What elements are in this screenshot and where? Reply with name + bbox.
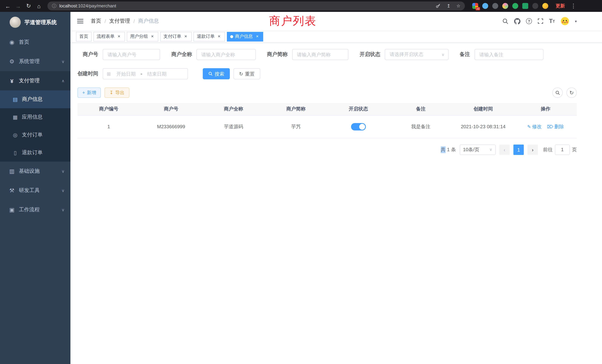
tab-label: 商户信息 <box>235 33 253 40</box>
start-date-input[interactable] <box>112 71 140 77</box>
merchant-fullname-input[interactable] <box>196 49 256 60</box>
caret-down-icon[interactable]: ▾ <box>575 19 577 23</box>
sidebar-item-refund-order[interactable]: ▯ 退款订单 <box>0 144 70 162</box>
sidebar-item-label: 商户信息 <box>22 96 43 103</box>
status-select[interactable]: 请选择开启状态 ∨ <box>385 49 449 60</box>
col-header: 开启状态 <box>327 103 390 115</box>
tab-pay-order[interactable]: 支付订单 × <box>160 32 192 41</box>
tab-merchant-info[interactable]: 商户信息 × <box>227 32 263 41</box>
goto-page-input[interactable] <box>555 144 570 155</box>
merchant-shortname-input[interactable] <box>292 49 348 60</box>
profile-avatar-icon[interactable] <box>542 3 548 9</box>
back-icon[interactable]: ← <box>3 1 13 11</box>
chevron-down-icon: ∨ <box>62 59 64 64</box>
address-bar[interactable]: ⓘ localhost:1024/pay/merchant ↥ ☆ <box>47 1 465 10</box>
grid-icon: ▦ <box>11 114 19 120</box>
breadcrumb-payment[interactable]: 支付管理 <box>109 18 130 24</box>
page-size-select[interactable]: 10条/页 ∨ <box>460 144 496 155</box>
search-icon[interactable] <box>502 18 509 24</box>
cell-create-time: 2021-10-23 08:31:14 <box>452 115 515 138</box>
app-logo[interactable]: 芋道管理系统 <box>0 12 70 33</box>
extension-icon-5[interactable] <box>512 3 518 9</box>
sidebar-item-label: 支付订单 <box>22 132 43 138</box>
toggle-search-icon[interactable] <box>552 87 563 98</box>
close-icon[interactable]: × <box>255 34 260 39</box>
merchant-no-input[interactable] <box>103 49 160 60</box>
dashboard-icon: ◉ <box>7 39 16 46</box>
edit-link[interactable]: ✎修改 <box>527 124 542 129</box>
tab-user-group[interactable]: 用户分组 × <box>127 32 158 41</box>
prev-page-button[interactable]: ‹ <box>499 144 510 155</box>
remark-input[interactable] <box>474 49 543 60</box>
page-1-button[interactable]: 1 <box>513 144 524 155</box>
sidebar-item-payment[interactable]: ¥ 支付管理 ∧ <box>0 71 70 90</box>
trash-icon: ⌦ <box>547 124 553 129</box>
github-icon[interactable] <box>514 18 520 24</box>
sidebar-item-merchant-info[interactable]: ▤ 商户信息 <box>0 90 70 108</box>
add-button[interactable]: + 新增 <box>77 87 101 98</box>
cell-short-name: 芋艿 <box>265 115 327 138</box>
sidebar-item-pay-order[interactable]: ◎ 支付订单 <box>0 126 70 144</box>
page-content: 商户号 商户全称 商户简称 开启状态 请选择开启状态 <box>70 43 602 364</box>
bookmark-star-icon[interactable]: ☆ <box>456 3 460 9</box>
sidebar-item-workflow[interactable]: ▣ 工作流程 ∨ <box>0 200 70 219</box>
font-size-icon[interactable]: TT <box>549 18 555 24</box>
sidebar-item-label: 支付管理 <box>19 77 40 84</box>
close-icon[interactable]: × <box>150 34 155 39</box>
screen: ← → ↻ ⌂ ⓘ localhost:1024/pay/merchant ↥ … <box>0 0 602 364</box>
chevron-down-icon: ∨ <box>62 169 64 174</box>
extension-icon-2[interactable] <box>482 3 488 9</box>
share-icon[interactable]: ↥ <box>447 3 450 9</box>
sidebar-item-system[interactable]: ⚙ 系统管理 ∨ <box>0 52 70 71</box>
refresh-table-icon[interactable]: ↻ <box>566 87 577 98</box>
tab-process-form[interactable]: 流程表单 × <box>93 32 125 41</box>
pagination-goto: 前往 页 <box>543 144 577 155</box>
status-toggle[interactable] <box>351 123 366 130</box>
close-icon[interactable]: × <box>116 34 122 39</box>
breadcrumb-separator: / <box>133 18 135 24</box>
site-info-icon[interactable]: ⓘ <box>52 3 56 9</box>
help-icon[interactable]: ? <box>526 18 532 24</box>
edit-icon: ✎ <box>527 124 531 129</box>
breadcrumb-home[interactable]: 首页 <box>91 18 101 24</box>
extension-icon-6[interactable] <box>522 3 528 9</box>
tab-refund-order[interactable]: 退款订单 × <box>194 32 225 41</box>
select-placeholder: 请选择开启状态 <box>390 51 423 58</box>
browser-menu-icon[interactable]: ⋮ <box>569 1 578 11</box>
date-range-picker[interactable]: ⊞ - <box>103 68 188 79</box>
chevron-down-icon: ∨ <box>62 207 64 212</box>
field-label: 开启状态 <box>360 51 380 58</box>
end-date-input[interactable] <box>143 71 171 77</box>
search-button[interactable]: 搜索 <box>203 68 230 79</box>
tools-icon: ⚒ <box>7 187 16 194</box>
close-icon[interactable]: × <box>216 34 222 39</box>
sidebar-item-label: 系统管理 <box>19 58 40 65</box>
sidebar-item-home[interactable]: ◉ 首页 <box>0 33 70 52</box>
reset-button[interactable]: ↻ 重置 <box>234 68 260 79</box>
close-icon[interactable]: × <box>183 34 188 39</box>
extension-icon-3[interactable] <box>492 3 498 9</box>
chrome-update-button[interactable]: 更新 <box>556 3 565 9</box>
tab-home[interactable]: 首页 <box>76 32 92 41</box>
password-key-icon[interactable] <box>436 3 441 9</box>
user-avatar[interactable] <box>560 17 569 26</box>
reload-icon[interactable]: ↻ <box>24 1 33 11</box>
home-icon[interactable]: ⌂ <box>34 1 44 11</box>
extension-icon-1[interactable]: 10 <box>472 3 478 9</box>
next-page-button[interactable]: › <box>527 144 538 155</box>
delete-link[interactable]: ⌦删除 <box>547 124 564 129</box>
extension-icon-4[interactable] <box>502 3 508 9</box>
fullscreen-icon[interactable] <box>538 18 543 24</box>
export-button[interactable]: ↧ 导出 <box>105 87 129 98</box>
col-header: 商户编号 <box>77 103 140 115</box>
sidebar-item-app-info[interactable]: ▦ 应用信息 <box>0 108 70 126</box>
sidebar-item-dev-tools[interactable]: ⚒ 研发工具 ∨ <box>0 181 70 200</box>
cell-full-name: 芋道源码 <box>202 115 265 138</box>
sidebar-item-infrastructure[interactable]: ▥ 基础设施 ∨ <box>0 162 70 181</box>
cell-remark: 我是备注 <box>390 115 452 138</box>
extension-icon-7[interactable] <box>532 3 538 9</box>
field-label: 商户全称 <box>171 51 192 58</box>
forward-icon[interactable]: → <box>13 1 23 11</box>
extension-area: 10 <box>472 3 548 9</box>
hamburger-icon[interactable] <box>76 17 84 25</box>
